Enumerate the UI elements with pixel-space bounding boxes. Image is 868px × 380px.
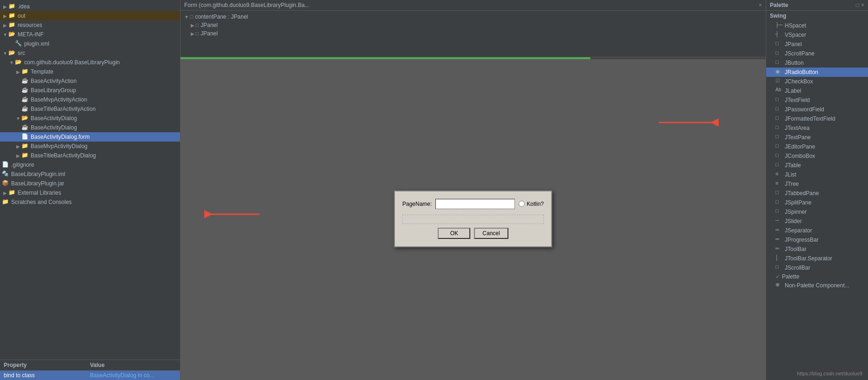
palette-item-jtextpane[interactable]: □ JTextPane: [766, 133, 868, 142]
tree-item-base-library-plugin-iml[interactable]: 🔩 BaseLibraryPlugin.iml: [0, 170, 180, 179]
tree-item-meta-inf[interactable]: ▼ 📂 META-INF: [0, 30, 180, 39]
palette-item-hspacer[interactable]: ├─ HSpacet: [766, 21, 868, 30]
palette-item-jsplitpane[interactable]: □ JSplitPane: [766, 198, 868, 207]
palette-item-jtoolbar-separator[interactable]: │ JToolBar.Separator: [766, 254, 868, 263]
palette-item-jtextarea[interactable]: □ JTextArea: [766, 123, 868, 133]
java-icon-base-title-bar-activity-action: ☕: [21, 105, 29, 113]
tree-arrow-resources[interactable]: ▶: [2, 23, 8, 28]
palette-item-jtable[interactable]: □ JTable: [766, 161, 868, 170]
palette-item-jprogressbar[interactable]: ═ JProgressBar: [766, 235, 868, 244]
comp-item-jpanel-2[interactable]: ▶ □ JPanel: [180, 29, 766, 38]
tree-item-scratches[interactable]: 📁 Scratches and Consoles: [0, 197, 180, 207]
tree-item-base-activity-dialog-java[interactable]: ☕ BaseActivityDialog: [0, 123, 180, 132]
tree-arrow-idea[interactable]: ▶: [2, 4, 8, 9]
palette-item-jformattedtextfield[interactable]: □ JFormattedTextField: [766, 114, 868, 123]
tree-item-external-libraries[interactable]: ▶ 📁 External Libraries: [0, 188, 180, 197]
tree-arrow-base-activity-dialog-folder[interactable]: ▼: [15, 116, 21, 121]
palette-item-jseparator[interactable]: ═ JSeparator: [766, 226, 868, 235]
dialog-kotlin-radio[interactable]: Kotlin?: [519, 201, 544, 207]
tree-arrow-com-pkg[interactable]: ▼: [8, 60, 15, 65]
palette-item-jcheckbox[interactable]: ☑ JCheckBox: [766, 77, 868, 86]
palette-item-jtree[interactable]: ≡ JTree: [766, 179, 868, 189]
comp-expand-contentpane[interactable]: ▼: [184, 14, 189, 20]
component-tree-area: ▼ □ contentPane : JPanel ▶ □ JPanel ▶ □ …: [180, 11, 766, 57]
palette-item-jscrollbar[interactable]: □ JScrollBar: [766, 263, 868, 272]
palette-label-jlist: JList: [785, 171, 796, 178]
palette-label-non-palette: Non-Palette Component...: [785, 282, 849, 289]
jformattedtextfield-icon: □: [775, 115, 783, 122]
tree-arrow-meta-inf[interactable]: ▼: [2, 32, 8, 37]
jtabbedpane-icon: □: [775, 190, 783, 197]
tree-arrow-base-title-bar-activity-dialog[interactable]: ▶: [15, 153, 21, 158]
palette-item-jslider[interactable]: ─ JSlider: [766, 217, 868, 226]
java-icon-base-mvp-activity-action: ☕: [21, 96, 29, 103]
arrow-right: [659, 113, 719, 133]
tree-item-base-mvp-activity-dialog[interactable]: ▶ 📁 BaseMvpActivityDialog: [0, 142, 180, 151]
component-tree-close-btn[interactable]: ×: [759, 2, 762, 8]
palette-item-jtabbedpane[interactable]: □ JTabbedPane: [766, 189, 868, 198]
java-icon-base-activity-dialog-java: ☕: [21, 124, 29, 131]
palette-label-jtextarea: JTextArea: [785, 125, 809, 131]
palette-item-jtoolbar[interactable]: ═ JToolBar: [766, 244, 868, 254]
folder-icon-base-activity-dialog-folder: 📂: [21, 115, 29, 122]
tree-item-base-library-plugin-jar[interactable]: 📦 BaseLibraryPlugin.jar: [0, 179, 180, 188]
palette-item-jlist[interactable]: ≡ JList: [766, 170, 868, 179]
tree-item-base-title-bar-activity-dialog[interactable]: ▶ 📁 BaseTitleBarActivityDialog: [0, 151, 180, 160]
palette-close-btn[interactable]: ×: [861, 2, 864, 8]
tree-arrow-src[interactable]: ▼: [2, 51, 8, 56]
palette-section-swing[interactable]: Swing: [766, 11, 868, 21]
palette-item-vspacer[interactable]: ┤ VSpacer: [766, 30, 868, 40]
tree-arrow-base-mvp-activity-dialog[interactable]: ▶: [15, 144, 21, 149]
palette-item-jradiobutton[interactable]: ◉ JRadioButton: [766, 68, 868, 77]
comp-expand-jpanel-1[interactable]: ▶: [191, 23, 194, 28]
palette-item-jscrollpane[interactable]: □ JScrollPane: [766, 49, 868, 58]
tree-arrow-out[interactable]: ▶: [2, 14, 8, 19]
palette-item-non-palette[interactable]: ⊕ Non-Palette Component...: [766, 281, 868, 290]
comp-expand-jpanel-2[interactable]: ▶: [191, 31, 194, 36]
tree-item-base-title-bar-activity-action[interactable]: ☕ BaseTitleBarActivityAction: [0, 104, 180, 114]
tree-label-gitignore: .gitignore: [11, 162, 34, 168]
palette-label-jspinner: JSpinner: [785, 209, 807, 215]
jradiobutton-icon: ◉: [775, 68, 783, 76]
tree-item-gitignore[interactable]: 📄 .gitignore: [0, 160, 180, 170]
palette-item-jcombobox[interactable]: □ JComboBox: [766, 151, 868, 161]
tree-item-template[interactable]: ▶ 📁 Template: [0, 67, 180, 76]
tree-item-src[interactable]: ▼ 📂 src: [0, 48, 180, 58]
tree-item-com-pkg[interactable]: ▼ 📂 com.github.duoluo9.BaseLibraryPlugin: [0, 58, 180, 67]
palette-label-jscrollbar: JScrollBar: [785, 265, 810, 271]
dialog-cancel-button[interactable]: Cancel: [474, 228, 508, 239]
palette-item-palette-check[interactable]: ✓ Palette: [766, 272, 868, 281]
jpasswordfield-icon: □: [775, 106, 783, 113]
tree-item-base-activity-dialog-folder[interactable]: ▼ 📂 BaseActivityDialog: [0, 114, 180, 123]
tree-item-resources[interactable]: ▶ 📁 resources: [0, 20, 180, 30]
palette-item-jtextfield[interactable]: □ JTextField: [766, 95, 868, 105]
tree-item-plugin-xml[interactable]: 🔧 plugin.xml: [0, 39, 180, 48]
tree-arrow-external-libraries[interactable]: ▶: [2, 190, 8, 196]
tree-item-idea[interactable]: ▶ 📁 .idea: [0, 2, 180, 11]
palette-item-jeditorpane[interactable]: □ JEditorPane: [766, 142, 868, 151]
property-row-bind-to-class[interactable]: bind to class BaseActivityDialog in co..…: [0, 371, 180, 380]
tree-arrow-template[interactable]: ▶: [15, 69, 21, 75]
tree-item-base-library-group[interactable]: ☕ BaseLibraryGroup: [0, 86, 180, 95]
palette-item-jbutton[interactable]: □ JButton: [766, 58, 868, 68]
palette-item-jlabel[interactable]: Ab JLabel: [766, 86, 868, 95]
palette-item-jspinner[interactable]: □ JSpinner: [766, 207, 868, 217]
comp-item-jpanel-1[interactable]: ▶ □ JPanel: [180, 21, 766, 29]
dialog-ok-button[interactable]: OK: [438, 228, 470, 239]
comp-item-contentpane[interactable]: ▼ □ contentPane : JPanel: [180, 13, 766, 21]
tree-item-base-activity-dialog-form[interactable]: 📄 BaseActivityDialog.form: [0, 132, 180, 142]
palette-label-palette: Palette: [782, 273, 799, 280]
middle-panel: Form (com.github.duoluo9.BaseLibraryPlug…: [180, 0, 766, 380]
dialog-page-name-input[interactable]: [435, 199, 515, 209]
palette-item-jpasswordfield[interactable]: □ JPasswordField: [766, 105, 868, 114]
tree-item-base-activity-action[interactable]: ☕ BaseActivityAction: [0, 76, 180, 86]
prop-value-bind-to-class: BaseActivityDialog in co...: [90, 372, 177, 379]
tree-item-base-mvp-activity-action[interactable]: ☕ BaseMvpActivityAction: [0, 95, 180, 104]
dialog-kotlin-radio-input[interactable]: [519, 201, 525, 207]
tree-item-out[interactable]: ▶ 📁 out: [0, 11, 180, 20]
tree-label-idea: .idea: [18, 3, 30, 10]
jtextarea-icon: □: [775, 124, 783, 132]
palette-expand-btn[interactable]: □: [856, 2, 859, 8]
palette-label-jsplitpane: JSplitPane: [785, 199, 811, 206]
palette-item-jpanel[interactable]: □ JPanel: [766, 40, 868, 49]
